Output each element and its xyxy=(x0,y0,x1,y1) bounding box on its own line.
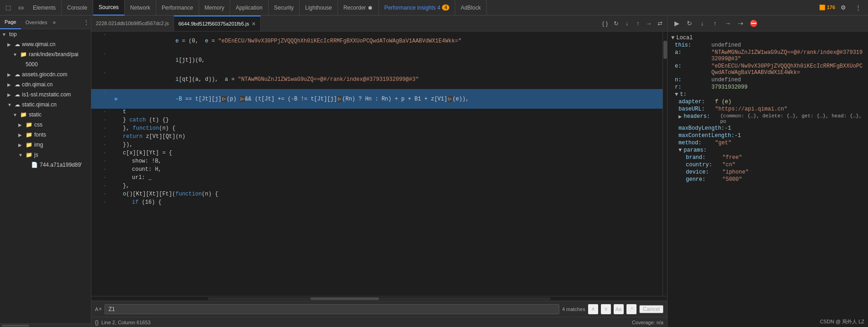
tree-item-www-qimai[interactable]: ▶ ☁ www.qimai.cn xyxy=(0,39,91,49)
tab-network[interactable]: Network xyxy=(125,0,156,16)
bracket-icon: {} xyxy=(95,319,99,326)
tree-item-cdn[interactable]: ▶ ☁ cdn.qimai.cn xyxy=(0,79,91,90)
tab-sources[interactable]: Sources xyxy=(93,0,125,16)
tab-console[interactable]: Console xyxy=(62,0,93,16)
rp-step-into-btn[interactable]: ↑ xyxy=(710,18,721,29)
expand-icon[interactable]: ▶ xyxy=(679,113,682,120)
scope-local-header[interactable]: ▼ Local xyxy=(668,34,868,42)
tab-recorder[interactable]: Recorder ⏺ xyxy=(338,0,379,16)
rp-deactivate-btn[interactable]: ⛔ xyxy=(748,18,759,29)
tree-item-mzstatic[interactable]: ▶ ☁ is1-ssl.mzstatic.com xyxy=(0,90,91,100)
tree-item-static-folder[interactable]: ▼ 📁 static xyxy=(0,110,91,120)
editor-tab-2228[interactable]: 2228.021ddb10b985cd567dc2.js xyxy=(91,16,174,32)
search-regex-btn[interactable]: .* xyxy=(626,304,637,314)
search-prev-btn[interactable]: ∧ xyxy=(588,304,598,314)
scope-t-header[interactable]: ▼ t: xyxy=(668,91,868,98)
search-case-btn[interactable]: Aa xyxy=(614,304,624,314)
code-line: - e = (0, e = "eDEnECU/Nw9vX30PPjZVQQQhX… xyxy=(91,32,663,51)
sub-tab-more[interactable]: » xyxy=(53,19,56,26)
tree-item-assets[interactable]: ▶ ☁ assets.giocdn.com xyxy=(0,69,91,79)
right-panel: ▶ ↻ ↓ ↑ → ⇢ ⛔ ▼ Local this: undefined xyxy=(667,16,868,327)
code-line: - url: _ xyxy=(91,174,663,183)
toolbar-right: 🟧 176 ⚙ ⋮ xyxy=(819,1,866,14)
inspect-icon[interactable]: ⬚ xyxy=(2,1,15,14)
tab-performance[interactable]: Performance xyxy=(156,0,199,16)
upload-icon[interactable]: ↑ xyxy=(632,18,643,29)
editor-tab-6644[interactable]: 6644.9bd512f560375a201fb5.js × xyxy=(174,16,261,32)
expand-icon[interactable]: ▼ xyxy=(675,91,678,98)
tab-adblock[interactable]: AdBlock xyxy=(455,0,487,16)
folder-icon: 📁 xyxy=(20,111,27,118)
device-icon[interactable]: ▭ xyxy=(15,1,27,14)
download-icon[interactable]: ↓ xyxy=(621,18,632,29)
sub-tab-page[interactable]: Page xyxy=(0,16,21,29)
cloud-icon: ☁ xyxy=(15,71,20,78)
code-line-highlighted: - ▶ -B == t[Jt][j]▷(p) ▷&& (t[Jt] += (-B… xyxy=(91,89,663,109)
folder-icon: 📁 xyxy=(26,121,32,128)
devtools-toolbar: ⬚ ▭ Elements Console Sources Network Per… xyxy=(0,0,868,16)
tab-performance-insights[interactable]: Performance insights 4 4 xyxy=(379,0,455,16)
tab-memory[interactable]: Memory xyxy=(199,0,230,16)
scope-n: n: undefined xyxy=(668,76,868,84)
rp-step-over-btn[interactable]: ↓ xyxy=(697,18,708,29)
right-panel-scope: ▼ Local this: undefined a: "NTAwMGNuZnJ1… xyxy=(668,32,868,327)
tree-item-static-qimai[interactable]: ▼ ☁ static.qimai.cn xyxy=(0,100,91,110)
chevron-icon: ▶ xyxy=(18,142,26,148)
search-input[interactable] xyxy=(105,304,559,314)
rp-refresh-btn[interactable]: ↻ xyxy=(684,18,695,29)
tree-item-rank[interactable]: ▼ 📁 rank/index/brand/pai xyxy=(0,49,91,59)
search-next-btn[interactable]: ∨ xyxy=(601,304,611,314)
code-line: - t xyxy=(91,109,663,117)
arrow-right-icon[interactable]: → xyxy=(643,18,654,29)
file-tree: ▼ top ▶ ☁ www.qimai.cn ▼ 📁 rank/index/br… xyxy=(0,29,91,323)
refresh-icon[interactable]: ↻ xyxy=(610,18,621,29)
sub-tab-menu[interactable]: ⋮ xyxy=(82,16,91,29)
more-icon[interactable]: ⋮ xyxy=(852,1,864,14)
tab-elements[interactable]: Elements xyxy=(27,0,62,16)
tab-security[interactable]: Security xyxy=(268,0,300,16)
tab-bar: Elements Console Sources Network Perform… xyxy=(27,0,819,16)
scope-t-params[interactable]: ▼ params: xyxy=(668,147,868,154)
cloud-icon: ☁ xyxy=(15,41,20,47)
expand-icon[interactable]: ▼ xyxy=(679,147,682,153)
search-cancel-btn[interactable]: Cancel xyxy=(639,305,663,313)
scope-t-headers[interactable]: ▶ headers: {common: {…}, delete: {…}, ge… xyxy=(668,113,868,125)
rp-step-btn[interactable]: ⇢ xyxy=(735,18,746,29)
scope-t-baseurl: baseURL: "https://api.qimai.cn" xyxy=(668,105,868,113)
settings-icon[interactable]: ⚙ xyxy=(837,1,850,14)
tree-item-744[interactable]: 📄 744.a71a199d89' xyxy=(0,160,91,170)
tree-hscroll[interactable] xyxy=(0,323,91,327)
code-line: - i[jt])(0, xyxy=(91,51,663,70)
tree-item-js[interactable]: ▼ 📁 js xyxy=(0,150,91,160)
tab-application[interactable]: Application xyxy=(230,0,268,16)
link-icon[interactable]: ⇄ xyxy=(654,18,665,29)
scope-title: Local xyxy=(676,35,693,41)
scope-local: ▼ Local this: undefined a: "NTAwMGNuZnJ1… xyxy=(668,33,868,184)
tree-item-fonts[interactable]: ▶ 📁 fonts xyxy=(0,130,91,140)
right-panel-actions: ▶ ↻ ↓ ↑ → ⇢ ⛔ xyxy=(671,18,759,29)
tree-item-css[interactable]: ▶ 📁 css xyxy=(0,120,91,130)
code-line: - c[x][k][Yt] = { xyxy=(91,150,663,158)
mini-thumb xyxy=(663,41,667,59)
search-label: AB xyxy=(95,306,102,312)
rp-play-btn[interactable]: ▶ xyxy=(671,18,682,29)
tab-close-icon[interactable]: × xyxy=(252,21,255,27)
tree-item-img[interactable]: ▶ 📁 img xyxy=(0,140,91,150)
sub-tab-overrides[interactable]: Overrides xyxy=(21,16,52,29)
status-bar: {} Line 2, Column 61653 Coverage: n/a xyxy=(91,317,667,327)
rp-step-out-btn[interactable]: → xyxy=(722,18,733,29)
code-line: - i[qt](a, d)), a = "NTAwMGNuZnJ1ZW1waG9… xyxy=(91,70,663,89)
code-scroll[interactable]: - e = (0, e = "eDEnECU/Nw9vX30PPjZVQQQhX… xyxy=(91,32,667,296)
tree-item-5000[interactable]: 5000 xyxy=(0,59,91,69)
code-line: - }), xyxy=(91,142,663,150)
tree-item-top[interactable]: ▼ top xyxy=(0,29,91,39)
scope-params-country: country: "cn" xyxy=(668,161,868,169)
mini-scrollbar[interactable] xyxy=(663,32,667,296)
code-line: - count: H, xyxy=(91,166,663,174)
code-hscroll[interactable] xyxy=(91,296,667,301)
tab-lighthouse[interactable]: Lighthouse xyxy=(300,0,338,16)
expand-icon[interactable]: ▼ xyxy=(671,35,674,41)
code-line: - }, xyxy=(91,183,663,191)
format-icon[interactable]: { } xyxy=(600,18,610,29)
file-icon: 📄 xyxy=(31,162,38,168)
